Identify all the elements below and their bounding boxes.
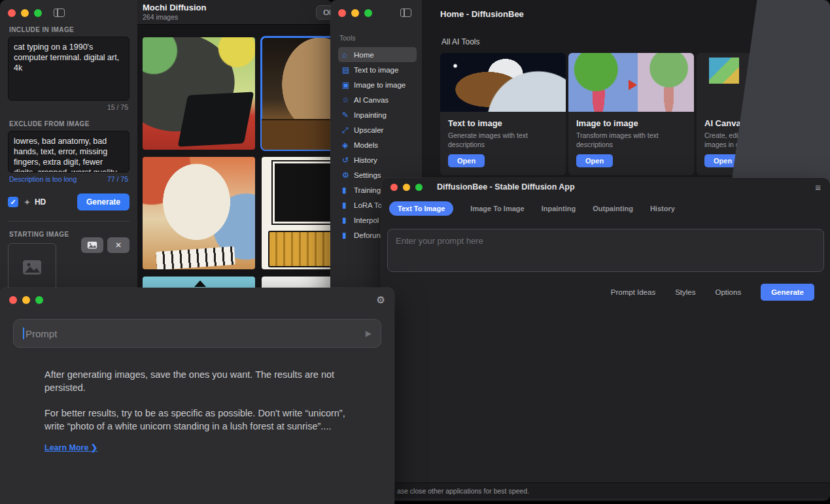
options-button[interactable]: Options	[716, 288, 742, 296]
hd-checkbox[interactable]: ✓	[8, 197, 18, 207]
app-title: Mochi Diffusion	[143, 3, 207, 12]
sparkles-icon: ✦	[24, 197, 31, 207]
divider	[8, 221, 130, 222]
styles-button[interactable]: Styles	[675, 288, 695, 296]
text-cursor	[23, 328, 24, 339]
zoom-button[interactable]	[34, 9, 42, 17]
file-icon: ▮	[342, 186, 354, 195]
minimize-button[interactable]	[22, 296, 30, 304]
astronaut-horse-image	[440, 53, 566, 112]
close-button[interactable]	[390, 184, 398, 191]
open-image-to-image-button[interactable]: Open	[576, 154, 613, 167]
sidebar-item-inpainting[interactable]: ✎ Inpainting	[338, 107, 417, 122]
diffusionbee-stable-diffusion-window: DiffusionBee - Stable Diffusion App ≡ Te…	[381, 178, 830, 501]
learn-more-link[interactable]: Learn More ❯	[44, 443, 97, 452]
description-too-long-warning: Description is too long	[9, 175, 77, 183]
tab-image-to-image[interactable]: Image To Image	[470, 205, 524, 212]
zoom-button[interactable]	[35, 296, 43, 304]
mode-tabs: Text To Image Image To Image Inpainting …	[381, 196, 830, 221]
prompt-placeholder: Prompt	[26, 328, 57, 339]
image-placeholder-icon	[22, 260, 42, 275]
window-controls	[9, 296, 43, 304]
open-text-to-image-button[interactable]: Open	[448, 154, 485, 167]
zoom-button[interactable]	[415, 184, 423, 191]
sidebar-item-home[interactable]: ⌂ Home	[338, 47, 417, 62]
help-paragraph-2: For better results, try to be as specifi…	[44, 407, 357, 433]
ai-canvas-icon: ☆	[342, 95, 354, 105]
gallery-image-3[interactable]	[143, 157, 255, 269]
file-icon: ▮	[342, 231, 354, 240]
sidebar-item-history[interactable]: ↺ History	[338, 152, 417, 167]
models-icon: ◈	[342, 141, 354, 150]
prompt-ideas-button[interactable]: Prompt Ideas	[611, 288, 655, 296]
status-bar: ase close other applications for best sp…	[381, 482, 830, 498]
image-count: 264 images	[143, 13, 207, 21]
zoom-button[interactable]	[364, 9, 372, 17]
card-image-to-image: Image to image Transform images with tex…	[568, 53, 694, 175]
include-in-image-label: INCLUDE IN IMAGE	[9, 26, 128, 33]
exclude-from-image-input[interactable]: lowres, bad anatomy, bad hands, text, er…	[8, 131, 130, 173]
tab-inpainting[interactable]: Inpainting	[542, 205, 576, 212]
clear-image-button[interactable]: ✕	[107, 237, 130, 253]
prompt-actions: Prompt Ideas Styles Options Generate	[381, 275, 830, 301]
window-controls	[8, 9, 130, 17]
prompt-helper-window: ⚙ Prompt ▶ After generating images, save…	[0, 288, 394, 504]
generate-button[interactable]: Generate	[77, 193, 130, 210]
minimize-button[interactable]	[351, 9, 359, 17]
sidebar-item-text-to-image[interactable]: ▤ Text to image	[338, 62, 417, 77]
tree-transform-image	[568, 53, 694, 112]
text-to-image-icon: ▤	[342, 65, 354, 75]
history-icon: ↺	[342, 156, 354, 165]
exclude-char-counter: 77 / 75	[107, 175, 128, 183]
tools-section-label: Tools	[339, 34, 421, 42]
sidebar-item-upscaler[interactable]: ⤢ Upscaler	[338, 122, 417, 137]
minimize-button[interactable]	[403, 184, 410, 191]
close-button[interactable]	[338, 9, 346, 17]
hd-label: HD	[35, 197, 46, 207]
sidebar-toggle-icon[interactable]	[400, 8, 411, 17]
hamburger-menu-icon[interactable]: ≡	[815, 182, 821, 193]
close-x-icon: ✕	[115, 241, 122, 250]
window-controls	[390, 184, 423, 191]
choose-image-button[interactable]	[81, 237, 103, 253]
include-char-counter: 15 / 75	[9, 103, 128, 111]
sidebar-item-ai-canvas[interactable]: ☆ AI Canvas	[338, 92, 417, 107]
card-text-to-image: Text to image Generate images with text …	[440, 53, 566, 175]
generate-button[interactable]: Generate	[761, 284, 814, 301]
prompt-input[interactable]: Prompt ▶	[13, 319, 381, 348]
gallery-image-2-selected[interactable]	[262, 37, 332, 150]
titlebar: DiffusionBee - Stable Diffusion App ≡	[381, 178, 830, 196]
inpainting-icon: ✎	[342, 110, 354, 120]
tab-text-to-image[interactable]: Text To Image	[389, 201, 453, 216]
window-title: DiffusionBee - Stable Diffusion App	[437, 182, 575, 192]
submit-arrow-icon[interactable]: ▶	[366, 329, 372, 338]
close-button[interactable]	[8, 9, 16, 17]
mochi-toolbar: Mochi Diffusion 264 images Oldest First	[137, 0, 332, 25]
close-button[interactable]	[9, 296, 17, 304]
include-in-image-input[interactable]: cat typing on a 1990's computer terminal…	[8, 37, 130, 101]
sidebar-toggle-icon[interactable]	[54, 8, 65, 17]
tab-outpainting[interactable]: Outpainting	[593, 205, 633, 212]
gallery-image-4[interactable]	[262, 157, 332, 269]
settings-icon: ⚙	[342, 171, 354, 180]
help-paragraph-1: After generating images, save the ones y…	[44, 369, 357, 394]
check-icon: ✓	[10, 198, 16, 207]
page-title: Home - DiffusionBee	[440, 9, 524, 19]
photo-icon	[87, 241, 97, 249]
results-area	[381, 301, 830, 482]
prompt-input[interactable]	[387, 229, 824, 272]
gallery-image-1[interactable]	[143, 37, 255, 150]
desktop: INCLUDE IN IMAGE cat typing on a 1990's …	[0, 0, 830, 504]
gear-icon[interactable]: ⚙	[377, 294, 385, 306]
sidebar-item-image-to-image[interactable]: ▣ Image to image	[338, 77, 417, 92]
home-icon: ⌂	[342, 50, 354, 59]
image-to-image-icon: ▣	[342, 80, 354, 90]
help-text: After generating images, save the ones y…	[44, 369, 357, 433]
titlebar: ⚙	[0, 288, 394, 312]
exclude-from-image-label: EXCLUDE FROM IMAGE	[9, 120, 128, 127]
starting-image-dropzone[interactable]	[8, 243, 56, 292]
sidebar-item-models[interactable]: ◈ Models	[338, 137, 417, 152]
minimize-button[interactable]	[21, 9, 29, 17]
tab-history[interactable]: History	[650, 205, 675, 212]
upscaler-icon: ⤢	[342, 126, 354, 135]
